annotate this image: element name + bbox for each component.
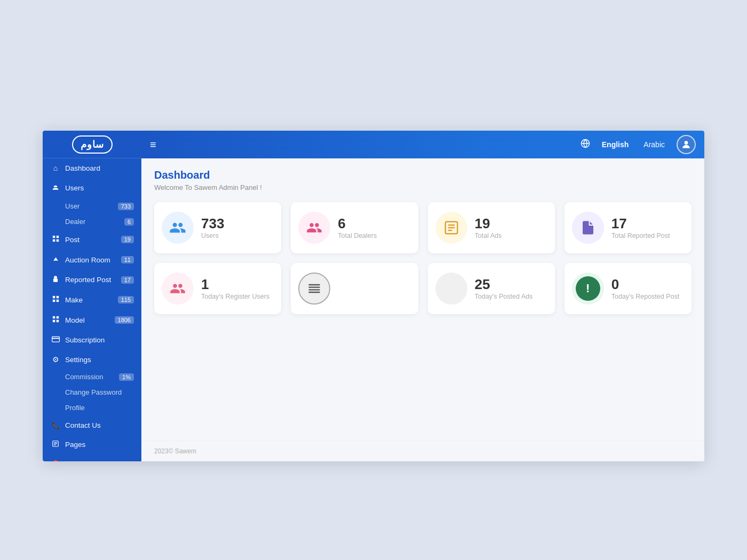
stat-card-ads: 19 Total Ads <box>428 202 555 253</box>
sidebar-item-settings[interactable]: ⚙ Settings <box>43 350 141 369</box>
page-title: Dashboard <box>154 169 692 181</box>
sidebar-sub-commission[interactable]: Commission 1% <box>43 369 141 385</box>
sub-commission-label: Commission <box>65 373 104 381</box>
faq-icon: ❓ <box>50 460 61 461</box>
sidebar-item-reported-post[interactable]: Reported Post 17 <box>43 270 141 290</box>
sidebar-sub-change-password[interactable]: Change Password <box>43 385 141 400</box>
sidebar-item-auction[interactable]: Auction Room 11 <box>43 250 141 270</box>
today-repost-card-icon: ! <box>572 273 604 305</box>
ads-card-text: 19 Total Ads <box>475 216 545 240</box>
sidebar-sub-profile[interactable]: Profile <box>43 400 141 415</box>
sidebar-label-pages: Pages <box>65 441 85 449</box>
sidebar-item-faq[interactable]: ❓ FAQ <box>43 454 141 461</box>
sidebar-label-model: Model <box>65 316 85 324</box>
stat-card-reported: 17 Total Reported Post <box>565 202 692 253</box>
sidebar-label-faq: FAQ <box>65 460 80 462</box>
svg-rect-14 <box>52 338 59 339</box>
hamburger-button[interactable]: ≡ <box>150 139 156 151</box>
today-users-card-number: 1 <box>201 277 272 292</box>
sidebar-label-users: Users <box>65 184 84 192</box>
lang-english-button[interactable]: English <box>599 139 632 150</box>
users-card-label: Users <box>201 232 272 239</box>
users-card-number: 733 <box>201 216 272 231</box>
users-card-text: 733 Users <box>201 216 272 240</box>
model-icon <box>50 315 61 325</box>
reported-card-number: 17 <box>611 216 682 231</box>
footer: 2023© Sawem <box>141 441 704 461</box>
svg-rect-8 <box>56 300 58 302</box>
page-subtitle: Welcome To Sawem Admin Panel ! <box>154 183 692 191</box>
svg-rect-1 <box>56 236 58 238</box>
dealers-card-number: 6 <box>338 216 408 231</box>
users-icon <box>50 183 61 193</box>
ads-card-icon <box>435 212 467 244</box>
model-badge: 1806 <box>115 316 134 324</box>
today-ads-card-number: 25 <box>475 277 545 292</box>
today-ads-card-text: 25 Today's Posted Ads <box>475 277 545 301</box>
sidebar-label-make: Make <box>65 296 83 304</box>
svg-rect-6 <box>56 296 58 298</box>
sidebar-label-reported-post: Reported Post <box>65 276 111 284</box>
sub-user-badge: 733 <box>118 203 134 210</box>
sidebar-label-settings: Settings <box>65 356 91 364</box>
sidebar-label-post: Post <box>65 236 80 244</box>
settings-icon: ⚙ <box>50 355 61 364</box>
stat-card-today-ads: 25 Today's Posted Ads <box>428 263 555 314</box>
svg-rect-0 <box>52 236 54 238</box>
post-badge: 19 <box>121 236 134 243</box>
make-icon <box>50 295 61 305</box>
sub-change-password-label: Change Password <box>65 388 122 396</box>
logo: ساوم <box>72 135 113 154</box>
reported-card-label: Total Reported Post <box>611 232 682 239</box>
header-right: English Arabic <box>581 135 696 154</box>
home-icon: ⌂ <box>50 164 61 172</box>
listed-card-icon <box>298 273 330 305</box>
sidebar-label-auction: Auction Room <box>65 256 110 264</box>
today-repost-card-number: 0 <box>611 277 682 292</box>
listed-card-text <box>338 288 408 289</box>
sidebar-item-model[interactable]: Model 1806 <box>43 310 141 330</box>
sidebar-item-post[interactable]: Post 19 <box>43 229 141 250</box>
sidebar-item-make[interactable]: Make 115 <box>43 290 141 310</box>
sidebar-item-subscription[interactable]: Subscription <box>43 330 141 350</box>
today-users-card-icon <box>162 273 194 305</box>
content-area: Dashboard Welcome To Sawem Admin Panel !… <box>141 158 704 441</box>
lang-arabic-button[interactable]: Arabic <box>640 139 668 150</box>
sub-dealer-label: Dealer <box>65 218 85 226</box>
auction-icon <box>50 255 61 265</box>
sidebar-item-users[interactable]: Users <box>43 178 141 198</box>
stats-row-2: 1 Today's Register Users <box>154 263 692 314</box>
today-ads-card-label: Today's Posted Ads <box>475 293 545 300</box>
users-card-icon <box>162 212 194 244</box>
today-users-card-label: Today's Register Users <box>201 293 272 300</box>
svg-rect-7 <box>52 300 54 302</box>
stat-card-today-repost: ! 0 Today's Reposted Post <box>565 263 692 314</box>
stat-card-listed <box>291 263 418 314</box>
auction-badge: 11 <box>121 256 134 263</box>
pages-icon <box>50 440 61 449</box>
sidebar-item-contact-us[interactable]: 📞 Contact Us <box>43 415 141 435</box>
sidebar: ساوم ⌂ Dashboard Users User 733 Dealer 6 <box>43 131 141 461</box>
svg-rect-4 <box>53 278 58 282</box>
sub-commission-badge: 1% <box>119 373 134 381</box>
reported-card-text: 17 Total Reported Post <box>611 216 682 240</box>
footer-text: 2023© Sawem <box>154 447 196 455</box>
sidebar-item-dashboard[interactable]: ⌂ Dashboard <box>43 158 141 178</box>
svg-point-21 <box>685 141 688 145</box>
header: ≡ English Arabic <box>141 131 704 158</box>
svg-rect-9 <box>52 316 54 318</box>
today-repost-card-text: 0 Today's Reposted Post <box>611 277 682 301</box>
stats-row-1: 733 Users 6 Total Dealers <box>154 202 692 253</box>
sidebar-label-contact-us: Contact Us <box>65 421 101 429</box>
dealers-card-text: 6 Total Dealers <box>338 216 408 240</box>
sidebar-item-pages[interactable]: Pages <box>43 435 141 454</box>
reported-card-icon <box>572 212 604 244</box>
today-users-card-text: 1 Today's Register Users <box>201 277 272 301</box>
sub-user-label: User <box>65 202 80 210</box>
sub-profile-label: Profile <box>65 404 85 412</box>
dealers-card-label: Total Dealers <box>338 232 408 239</box>
sidebar-sub-dealer[interactable]: Dealer 6 <box>43 214 141 229</box>
reported-badge: 17 <box>121 276 134 284</box>
sidebar-sub-user[interactable]: User 733 <box>43 198 141 214</box>
user-avatar[interactable] <box>677 135 696 154</box>
